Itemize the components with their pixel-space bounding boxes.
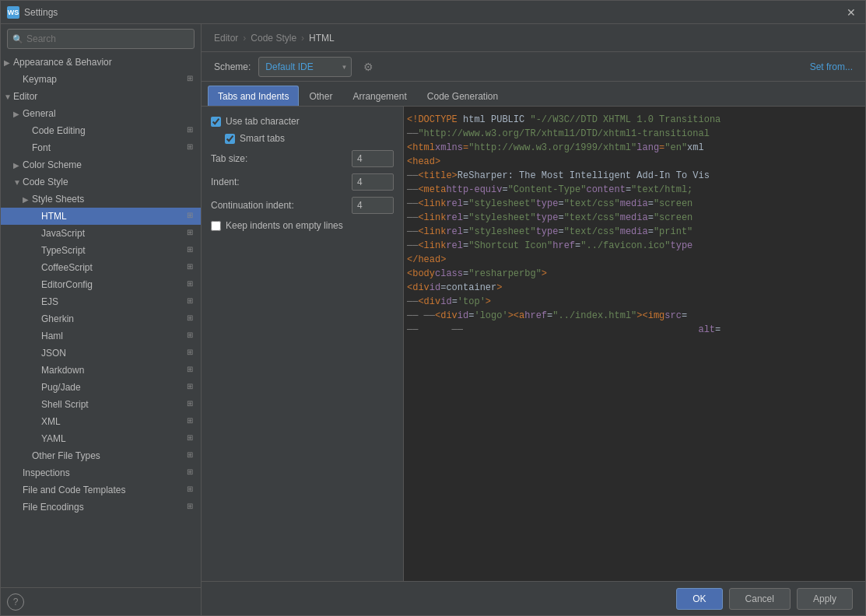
smart-tabs-text: Smart tabs (240, 133, 285, 144)
close-button[interactable]: ✕ (843, 5, 859, 20)
continuation-indent-input[interactable] (352, 197, 394, 214)
sidebar-item-label: JSON (41, 348, 185, 359)
page-icon: ⊞ (187, 142, 198, 153)
sidebar-item-label: Shell Script (41, 399, 185, 410)
apply-button[interactable]: Apply (797, 588, 853, 610)
sidebar-item-shell-script[interactable]: Shell Script⊞ (1, 396, 201, 413)
sidebar-item-html[interactable]: HTML⊞ (1, 208, 201, 225)
sidebar-item-xml[interactable]: XML⊞ (1, 413, 201, 430)
sidebar-item-other-file-types[interactable]: Other File Types⊞ (1, 447, 201, 464)
tab-code-generation[interactable]: Code Generation (417, 86, 508, 106)
sidebar-item-label: JavaScript (41, 228, 185, 239)
arrow-icon: ▶ (23, 195, 32, 204)
page-icon: ⊞ (187, 245, 198, 256)
sidebar-item-label: Gherkin (41, 313, 185, 324)
page-icon: ⊞ (187, 502, 198, 513)
sidebar-item-markdown[interactable]: Markdown⊞ (1, 362, 201, 379)
page-icon: ⊞ (187, 228, 198, 239)
smart-tabs-label[interactable]: Smart tabs (225, 133, 285, 144)
breadcrumb-html: HTML (309, 33, 335, 44)
tab-other[interactable]: Other (299, 86, 342, 106)
sidebar-item-editorconfig[interactable]: EditorConfig⊞ (1, 276, 201, 293)
bottom-bar: OK Cancel Apply (202, 581, 865, 615)
scheme-bar: Scheme: Default IDE ⚙ Set from... (202, 52, 865, 82)
page-icon: ⊞ (187, 262, 198, 273)
continuation-indent-label: Continuation indent: (211, 200, 345, 211)
page-icon: ⊞ (187, 211, 198, 222)
page-icon: ⊞ (187, 331, 198, 341)
indent-input[interactable] (352, 173, 394, 191)
sidebar-item-appearance[interactable]: ▶Appearance & Behavior (1, 54, 201, 71)
use-tab-character-row: Use tab character (211, 116, 394, 127)
page-icon: ⊞ (187, 399, 198, 410)
sidebar-item-font[interactable]: Font⊞ (1, 139, 201, 156)
cancel-button[interactable]: Cancel (729, 588, 791, 610)
sidebar-item-haml[interactable]: Haml⊞ (1, 327, 201, 345)
sidebar-item-coffeescript[interactable]: CoffeeScript⊞ (1, 259, 201, 276)
app-icon: WS (7, 6, 19, 19)
tab-arrangement[interactable]: Arrangement (342, 86, 416, 106)
sidebar-tree: ▶Appearance & BehaviorKeymap⊞▼Editor▶Gen… (1, 54, 201, 587)
right-panel: Editor › Code Style › HTML Scheme: Defau… (202, 24, 865, 615)
sidebar-item-label: TypeScript (41, 245, 185, 256)
content-area: Use tab character Smart tabs Tab size: (202, 107, 865, 581)
page-icon: ⊞ (187, 348, 198, 359)
sidebar-item-code-editing[interactable]: Code Editing⊞ (1, 122, 201, 139)
sidebar-item-general[interactable]: ▶General (1, 105, 201, 122)
smart-tabs-checkbox[interactable] (225, 134, 235, 144)
sidebar-item-editor[interactable]: ▼Editor (1, 88, 201, 105)
title-bar: WS Settings ✕ (1, 1, 865, 24)
keep-indents-text: Keep indents on empty lines (226, 220, 343, 231)
sidebar: 🔍 ▶Appearance & BehaviorKeymap⊞▼Editor▶G… (1, 24, 202, 615)
options-panel: Use tab character Smart tabs Tab size: (202, 107, 404, 581)
sidebar-item-label: CoffeeScript (41, 262, 185, 273)
sidebar-item-file-encodings[interactable]: File Encodings⊞ (1, 499, 201, 516)
page-icon: ⊞ (187, 296, 198, 307)
sidebar-item-style-sheets[interactable]: ▶Style Sheets (1, 191, 201, 208)
arrow-icon: ▶ (13, 161, 23, 170)
indent-row: Indent: (211, 173, 394, 191)
sidebar-item-label: Code Style (23, 177, 198, 187)
search-icon: 🔍 (12, 34, 23, 44)
sidebar-item-gherkin[interactable]: Gherkin⊞ (1, 310, 201, 327)
set-from-link[interactable]: Set from... (810, 61, 853, 72)
keep-indents-row: Keep indents on empty lines (211, 220, 394, 231)
help-button[interactable]: ? (7, 593, 24, 611)
sidebar-item-inspections[interactable]: Inspections⊞ (1, 464, 201, 481)
gear-button[interactable]: ⚙ (359, 58, 377, 75)
search-box[interactable]: 🔍 (7, 29, 195, 49)
search-input[interactable] (26, 33, 189, 44)
sidebar-item-color-scheme[interactable]: ▶Color Scheme (1, 156, 201, 173)
tab-size-row: Tab size: (211, 150, 394, 167)
keep-indents-checkbox[interactable] (211, 221, 221, 231)
sidebar-item-label: Appearance & Behavior (13, 57, 198, 68)
sidebar-item-code-style[interactable]: ▼Code Style (1, 173, 201, 191)
breadcrumb-sep-1: › (243, 33, 246, 44)
sidebar-item-yaml[interactable]: YAML⊞ (1, 430, 201, 447)
page-icon: ⊞ (187, 125, 198, 136)
sidebar-item-json[interactable]: JSON⊞ (1, 345, 201, 362)
sidebar-item-label: XML (41, 416, 185, 427)
sidebar-item-pug-jade[interactable]: Pug/Jade⊞ (1, 379, 201, 396)
tab-size-input[interactable] (352, 150, 394, 167)
tab-tabs-indents[interactable]: Tabs and Indents (208, 86, 299, 106)
sidebar-item-label: YAML (41, 433, 185, 444)
sidebar-item-file-code-templates[interactable]: File and Code Templates⊞ (1, 481, 201, 499)
sidebar-item-label: File and Code Templates (23, 485, 185, 495)
breadcrumb: Editor › Code Style › HTML (202, 24, 865, 52)
arrow-icon: ▶ (4, 58, 13, 67)
use-tab-character-checkbox[interactable] (211, 117, 221, 127)
sidebar-item-javascript[interactable]: JavaScript⊞ (1, 225, 201, 242)
ok-button[interactable]: OK (676, 588, 722, 610)
code-preview: <!DOCTYPE html PUBLIC "-//W3C//DTD XHTML… (404, 107, 865, 581)
keep-indents-label[interactable]: Keep indents on empty lines (211, 220, 343, 231)
page-icon: ⊞ (187, 450, 198, 461)
page-icon: ⊞ (187, 74, 198, 85)
scheme-select[interactable]: Default IDE (258, 57, 352, 77)
arrow-icon: ▼ (13, 178, 23, 187)
sidebar-item-keymap[interactable]: Keymap⊞ (1, 71, 201, 88)
sidebar-item-ejs[interactable]: EJS⊞ (1, 293, 201, 310)
breadcrumb-editor: Editor (214, 33, 238, 44)
sidebar-item-typescript[interactable]: TypeScript⊞ (1, 242, 201, 259)
use-tab-character-label[interactable]: Use tab character (211, 116, 300, 127)
